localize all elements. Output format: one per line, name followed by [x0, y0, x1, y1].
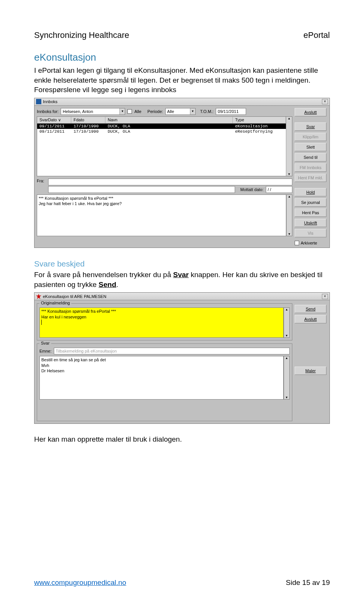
- footer-page: Side 15 av 19: [286, 578, 330, 587]
- mottatt-field[interactable]: / /: [266, 186, 292, 193]
- emne-field[interactable]: Tilbakemelding på eKonsultasjon: [54, 348, 290, 354]
- hold-button[interactable]: Hold: [295, 188, 326, 196]
- svare-beskjed-title: Svare beskjed: [34, 259, 330, 268]
- vis-button[interactable]: Vis: [295, 229, 326, 237]
- col-fdato[interactable]: Fdato: [71, 117, 105, 123]
- col-navn[interactable]: Navn: [105, 117, 233, 123]
- close-icon[interactable]: ×: [322, 294, 328, 299]
- fra-label: Fra:: [37, 179, 46, 183]
- arkiverte-checkbox[interactable]: [295, 241, 299, 245]
- chevron-down-icon: ▼: [190, 108, 195, 114]
- svar-textarea[interactable]: Bestill en time så jeg kan se på det Mvh…: [39, 356, 284, 400]
- fra-field[interactable]: [48, 179, 292, 185]
- fra-field-2[interactable]: [48, 186, 235, 193]
- innboks-for-label: Innboks for:: [37, 109, 58, 114]
- se-journal-button[interactable]: Se journal: [295, 198, 326, 207]
- tom-label: T.O.M.:: [200, 109, 213, 114]
- ekonsultasjon-reply-window: eKonsultasjon til ARE PALMESEN × Origina…: [34, 292, 330, 424]
- scrollbar[interactable]: ▲▼: [284, 356, 290, 400]
- section-ekonsultasjon-title: eKonsultasjon: [34, 52, 330, 63]
- svar-group: Svar Emne: Tilbakemelding på eKonsultasj…: [37, 343, 292, 421]
- klipp-lim-button[interactable]: Klipp/lim: [295, 133, 326, 141]
- fm-innboks-button[interactable]: FM Innboks: [295, 163, 326, 172]
- alle-label: Alle: [134, 109, 141, 114]
- periode-value: Alle: [167, 109, 174, 114]
- innboks-for-combo[interactable]: Helsesen, Anton ▼: [61, 108, 125, 115]
- avslutt-button[interactable]: Avslutt: [295, 315, 326, 323]
- header-left: Synchronizing Healthcare: [34, 30, 129, 40]
- hent-pas-button[interactable]: Hent Pas: [295, 209, 326, 217]
- table-row[interactable]: 09/11/2011 17/10/1990 DUCK, OLA eKonsult…: [37, 124, 286, 129]
- closing-text: Her kan man opprette maler til bruk i di…: [34, 434, 330, 444]
- innboks-titlebar: Innboks ×: [35, 98, 329, 106]
- hent-fm-mld-button[interactable]: Hent FM mld.: [295, 174, 326, 182]
- originalmelding-group: Originalmelding *** Konsultasjon spørsmå…: [37, 303, 292, 340]
- mottatt-label: Mottatt dato:: [240, 187, 264, 192]
- table-row[interactable]: 09/11/2011 17/10/1990 DUCK, OLA eReseptf…: [37, 129, 286, 134]
- scrollbar[interactable]: ▲▼: [286, 194, 292, 236]
- app-icon: [36, 294, 41, 299]
- message-textarea[interactable]: *** Konsultasjon spørsmål fra ePortal **…: [37, 194, 286, 236]
- innboks-for-value: Helsesen, Anton: [63, 109, 93, 114]
- chevron-down-icon: ▼: [119, 108, 125, 114]
- alle-checkbox[interactable]: [127, 109, 132, 114]
- section-ekonsultasjon-text: I ePortal kan legen gi tilgang til eKons…: [34, 66, 330, 95]
- scrollbar[interactable]: ▲▼: [284, 307, 290, 338]
- arkiverte-label: Arkiverte: [301, 241, 317, 245]
- scrollbar[interactable]: ▲▼: [286, 117, 292, 176]
- avslutt-button[interactable]: Avslutt: [295, 108, 326, 116]
- periode-label: Periode:: [147, 109, 163, 114]
- close-icon[interactable]: ×: [322, 99, 328, 104]
- tom-field[interactable]: 09/11/2011: [216, 108, 246, 115]
- originalmelding-label: Originalmelding: [39, 301, 71, 305]
- maler-button[interactable]: Maler: [295, 367, 326, 375]
- innboks-window: Innboks × Innboks for: Helsesen, Anton ▼…: [34, 98, 330, 248]
- send-button[interactable]: Send: [295, 305, 326, 313]
- header-right: ePortal: [303, 30, 330, 40]
- periode-combo[interactable]: Alle ▼: [165, 108, 196, 115]
- list-header: SvarDato ∨ Fdato Navn Type: [37, 117, 286, 124]
- app-icon: [36, 99, 41, 104]
- svar-button[interactable]: Svar: [295, 122, 326, 131]
- col-type[interactable]: Type: [233, 117, 286, 123]
- reply-titlebar: eKonsultasjon til ARE PALMESEN ×: [35, 293, 329, 300]
- reply-title: eKonsultasjon til ARE PALMESEN: [43, 294, 106, 299]
- utskrift-button[interactable]: Utskrift: [295, 219, 326, 227]
- slett-button[interactable]: Slett: [295, 143, 326, 151]
- send-til-button[interactable]: Send til: [295, 153, 326, 161]
- originalmelding-text: *** Konsultasjon spørsmål fra ePortal **…: [39, 307, 284, 338]
- emne-label: Emne:: [39, 349, 52, 353]
- footer-url[interactable]: www.compugroupmedical.no: [34, 578, 126, 587]
- col-svardato[interactable]: SvarDato ∨: [37, 117, 71, 123]
- innboks-title: Innboks: [43, 99, 58, 104]
- svare-beskjed-text: For å svare på henvendelsen trykker du p…: [34, 270, 330, 289]
- svar-label: Svar: [39, 341, 51, 345]
